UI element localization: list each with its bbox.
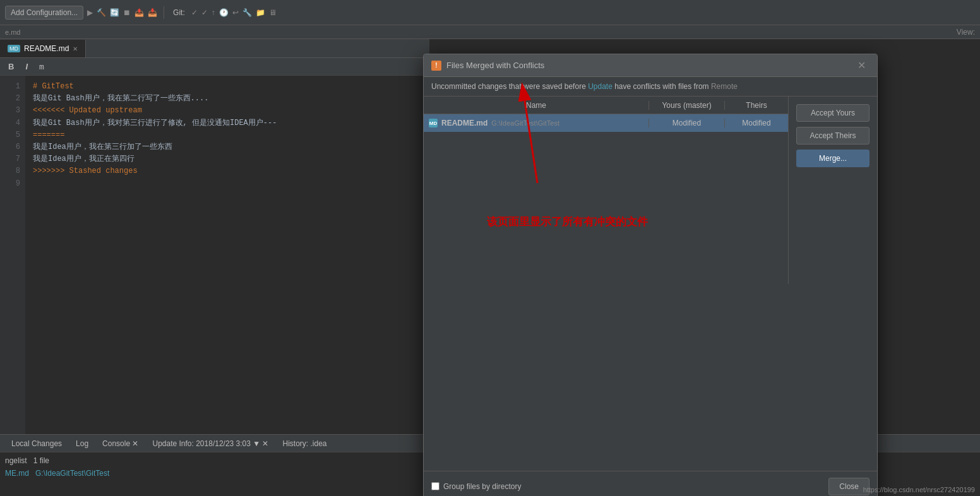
group-by-dir-checkbox[interactable]: Group files by directory — [431, 482, 521, 491]
action-buttons-panel: Accept Yours Accept Theirs Merge... — [789, 97, 877, 284]
git-folder-icon[interactable]: 📁 — [256, 8, 265, 17]
code-line-4: 我是Git Bash用户，我对第三行进行了修改, 但是没通知IDEA用户--- — [33, 117, 422, 129]
annotation-arrow — [487, 63, 613, 189]
run-icon: ▶ — [87, 8, 93, 17]
upload-icon: 📤 — [134, 8, 144, 17]
line-numbers: 1 2 3 4 5 6 7 8 9 — [0, 76, 25, 434]
editor-toolbar: B I m — [0, 58, 429, 76]
add-config-button[interactable]: Add Configuration... — [5, 6, 83, 20]
file-name: README.md — [441, 119, 487, 127]
readme-tab-close[interactable]: ✕ — [73, 45, 78, 52]
italic-button[interactable]: I — [22, 61, 31, 73]
group-by-dir-input[interactable] — [431, 482, 439, 490]
file-theirs-status: Modified — [725, 119, 788, 127]
editor-panel: MD README.md ✕ B I m 1 2 3 4 5 6 7 8 9 — [0, 39, 429, 434]
view-label: View: — [957, 28, 975, 37]
git-revert-icon[interactable]: ↩ — [232, 8, 239, 17]
info-remote: Remote — [711, 82, 738, 91]
log-tab[interactable]: Log — [69, 437, 95, 450]
code-line-8: >>>>>>> Stashed changes — [33, 165, 422, 177]
dialog-close-button[interactable]: ✕ — [854, 58, 869, 73]
git-settings-icon[interactable]: 🔧 — [242, 8, 252, 17]
svg-line-1 — [525, 101, 537, 183]
git-check-icon[interactable]: ✓ — [191, 8, 198, 17]
file-yours-status: Modified — [649, 119, 725, 127]
breadcrumb-path: e.md — [5, 28, 20, 36]
git-terminal-icon[interactable]: 🖥 — [269, 8, 277, 17]
code-line-7: 我是Idea用户，我正在第四行 — [33, 153, 422, 165]
dialog-icon: ! — [431, 61, 441, 71]
readme-tab[interactable]: MD README.md ✕ — [0, 40, 86, 57]
download-icon: 📥 — [148, 8, 157, 17]
code-line-6: 我是Idea用户，我在第三行加了一些东西 — [33, 141, 422, 153]
git-label: Git: — [173, 8, 185, 17]
toolbar-separator — [164, 6, 164, 19]
editor-tabs: MD README.md ✕ — [0, 39, 429, 58]
annotation-area: 该页面里显示了所有有冲突的文件 — [424, 284, 877, 471]
info-text2: have conflicts with files from — [612, 82, 711, 91]
console-tab[interactable]: Console ✕ — [96, 437, 145, 450]
code-line-3: <<<<<<< Updated upstream — [33, 105, 422, 117]
bold-button[interactable]: B — [5, 61, 17, 73]
code-line-1: # GitTest — [33, 81, 422, 93]
local-changes-tab[interactable]: Local Changes — [5, 437, 68, 450]
merge-button[interactable]: Merge... — [796, 150, 869, 167]
group-by-dir-label: Group files by directory — [443, 482, 521, 491]
col-theirs-header: Theirs — [725, 101, 788, 110]
accept-yours-button[interactable]: Accept Yours — [796, 104, 869, 122]
toolbar: Add Configuration... ▶ 🔨 🔄 ⏹ 📤 📥 Git: ✓ … — [0, 0, 980, 25]
code-line-2: 我是Git Bash用户，我在第二行写了一些东西.... — [33, 93, 422, 105]
readme-tab-icon: MD — [8, 45, 20, 52]
sync-icon: 🔄 — [110, 8, 119, 17]
breadcrumb: e.md — [0, 25, 980, 39]
stop-icon: ⏹ — [123, 8, 131, 17]
code-button[interactable]: m — [36, 61, 47, 73]
git-push-icon[interactable]: ↑ — [212, 8, 215, 17]
git-check2-icon[interactable]: ✓ — [201, 8, 208, 17]
readme-tab-label: README.md — [24, 44, 69, 53]
file-type-icon: MD — [429, 119, 438, 127]
git-history-icon[interactable]: 🕐 — [219, 8, 229, 17]
accept-theirs-button[interactable]: Accept Theirs — [796, 127, 869, 145]
build-icon: 🔨 — [97, 8, 106, 17]
history-tab[interactable]: History: .idea — [276, 437, 333, 450]
dialog-footer: Group files by directory Close — [424, 471, 877, 496]
code-content[interactable]: # GitTest 我是Git Bash用户，我在第二行写了一些东西.... <… — [25, 76, 429, 434]
update-info-tab[interactable]: Update Info: 2018/12/23 3:03 ▼ ✕ — [146, 437, 275, 450]
watermark: https://blog.csdn.net/nrsc272420199 — [863, 486, 975, 493]
annotation-text: 该页面里显示了所有有冲突的文件 — [487, 215, 648, 229]
conflict-dialog: ! Files Merged with Conflicts ✕ Uncommit… — [423, 54, 878, 496]
col-yours-header: Yours (master) — [649, 101, 725, 110]
code-line-5: ======= — [33, 129, 422, 141]
code-editor: 1 2 3 4 5 6 7 8 9 # GitTest 我是Git Bash用户… — [0, 76, 429, 434]
